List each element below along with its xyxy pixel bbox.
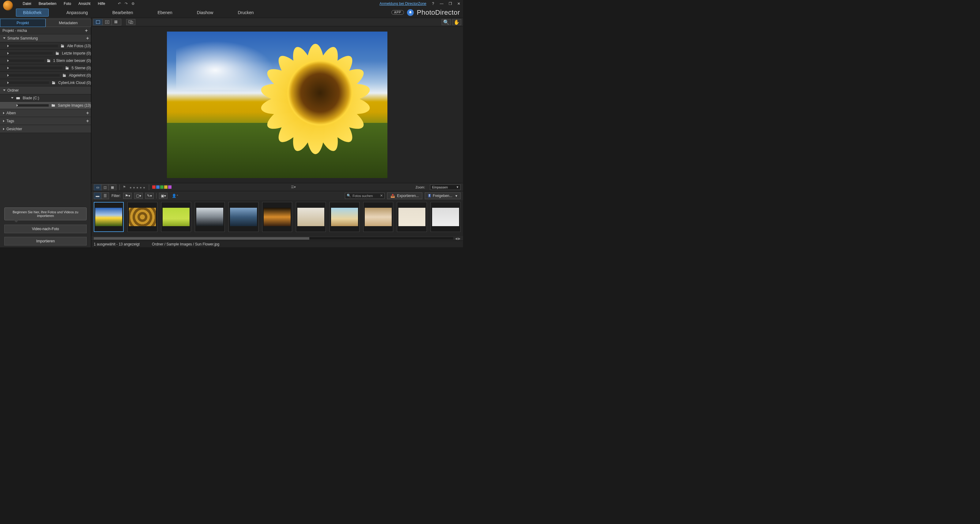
thumbnail[interactable] [296, 202, 326, 232]
tab-edit[interactable]: Bearbeiten [106, 9, 140, 16]
filmstrip-scrollbar[interactable]: ◀▶ [91, 236, 463, 240]
collection-icon [55, 51, 59, 56]
secondary-display-icon[interactable] [126, 19, 135, 25]
thumbnail[interactable] [161, 202, 191, 232]
color-swatch[interactable] [160, 185, 164, 189]
filter-flag-icon[interactable]: ⚑▾ [123, 193, 132, 199]
smart-item[interactable]: 1 Stern oder besser (0) [0, 57, 91, 64]
smart-item[interactable]: CyberLink Cloud (0) [0, 79, 91, 86]
thumbnail[interactable] [94, 202, 124, 232]
stack-icon[interactable]: ▣▾ [159, 193, 167, 199]
view-single-icon[interactable] [94, 19, 103, 25]
nav-prev-icon[interactable]: ◀ [455, 237, 458, 240]
smart-item[interactable]: Abgelehnt (0) [0, 72, 91, 79]
strip-horiz-icon[interactable]: ▬ [94, 193, 101, 199]
tree-sample-images[interactable]: Sample Images (13) [0, 102, 91, 109]
tab-project[interactable]: Projekt [0, 19, 46, 27]
menu-edit[interactable]: Bearbeiten [35, 2, 60, 6]
tree-drive[interactable]: Blade (C:) [0, 94, 91, 102]
nav-next-icon[interactable]: ▶ [458, 237, 461, 240]
import-tooltip: Beginnen Sie hier, Ihre Fotos und Videos… [4, 207, 87, 220]
undo-icon[interactable]: ↶ [118, 2, 121, 6]
layout-a-icon[interactable]: ▭ [94, 185, 101, 191]
app-badge[interactable]: APP [391, 10, 404, 15]
bell-icon[interactable] [407, 9, 414, 16]
tab-adjust[interactable]: Anpassung [60, 9, 95, 16]
section-albums[interactable]: Alben + [0, 109, 91, 117]
thumbnail-image [129, 208, 156, 226]
collection-icon [65, 66, 69, 70]
video-to-photo-button[interactable]: Video-nach-Foto [4, 225, 87, 233]
view-grid-icon[interactable] [112, 19, 121, 25]
import-button[interactable]: Importieren [4, 237, 87, 245]
sort-icon[interactable]: ☰▾ [291, 185, 296, 189]
layout-b-icon[interactable]: ◫ [101, 185, 109, 191]
thumbnail[interactable] [397, 202, 427, 232]
drive-icon [16, 96, 20, 100]
strip-list-icon[interactable]: ☰ [101, 193, 109, 199]
menu-file[interactable]: Datei [19, 2, 35, 6]
thumbnail[interactable] [195, 202, 225, 232]
section-albums-label: Alben [6, 111, 16, 115]
export-button[interactable]: 📤 Exportieren... [387, 193, 422, 199]
zoom-select[interactable]: Einpassen▾ [430, 185, 461, 190]
section-smart[interactable]: Smarte Sammlung + [0, 34, 91, 42]
thumbnail[interactable] [363, 202, 393, 232]
layout-c-icon[interactable]: ▦ [109, 185, 116, 191]
pan-tool-icon[interactable]: ✋ [452, 19, 461, 25]
flag-icon[interactable]: ⚑ [123, 185, 126, 189]
color-swatch[interactable] [156, 185, 159, 189]
section-folder[interactable]: Ordner [0, 86, 91, 94]
section-faces[interactable]: Gesichter [0, 125, 91, 133]
thumbnail[interactable] [262, 202, 292, 232]
zoom-tool-icon[interactable]: 🔍 [442, 19, 451, 25]
filmstrip[interactable] [91, 200, 463, 236]
filter-square-icon[interactable]: ▢▾ [134, 193, 143, 199]
close-icon[interactable]: ✕ [456, 1, 461, 6]
view-compare-icon[interactable] [103, 19, 112, 25]
tab-metadata[interactable]: Metadaten [46, 19, 91, 27]
redo-icon[interactable]: ↷ [125, 2, 128, 6]
tab-slideshow[interactable]: Diashow [190, 9, 220, 16]
menu-help[interactable]: Hilfe [94, 2, 109, 6]
filter-brush-icon[interactable]: ✎▾ [145, 193, 154, 199]
smart-item[interactable]: 5 Sterne (0) [0, 64, 91, 72]
rating-dots[interactable] [129, 185, 146, 189]
preview-area[interactable] [91, 26, 463, 183]
thumbnail[interactable] [229, 202, 258, 232]
thumbnail[interactable] [127, 202, 158, 232]
svg-rect-0 [16, 97, 20, 99]
color-swatch[interactable] [168, 185, 172, 189]
color-labels[interactable] [152, 185, 172, 189]
gear-icon[interactable]: ⚙ [131, 2, 135, 6]
add-tag-icon[interactable]: + [86, 118, 89, 124]
face-tag-icon[interactable]: 👤⁺ [172, 194, 178, 198]
tab-print[interactable]: Drucken [231, 9, 260, 16]
smart-item[interactable]: Alle Fotos (13) [0, 42, 91, 49]
directorzone-link[interactable]: Anmeldung bei DirectorZone [379, 2, 426, 6]
menu-photo[interactable]: Foto [60, 2, 75, 6]
smart-item[interactable]: Letzte Importe (0) [0, 49, 91, 57]
color-swatch[interactable] [164, 185, 167, 189]
color-swatch[interactable] [152, 185, 156, 189]
add-project-icon[interactable]: + [85, 27, 88, 34]
maximize-icon[interactable]: ❐ [448, 1, 453, 6]
thumbnail[interactable] [329, 202, 360, 232]
section-tags[interactable]: Tags + [0, 117, 91, 125]
add-album-icon[interactable]: + [86, 110, 89, 116]
share-button[interactable]: f Freigeben... ▾ [425, 193, 461, 199]
app-logo [3, 1, 13, 10]
minimize-icon[interactable]: — [439, 1, 444, 6]
thumbnail[interactable] [431, 202, 461, 232]
thumbnail-image [365, 208, 392, 226]
help-icon[interactable]: ? [431, 1, 436, 6]
clear-search-icon[interactable]: ✕ [380, 194, 383, 197]
menu-view[interactable]: Ansicht [75, 2, 94, 6]
add-smart-icon[interactable]: + [86, 35, 89, 41]
preview-image [167, 32, 387, 178]
search-input[interactable]: 🔍 Fotos suchen ✕ [345, 193, 385, 199]
project-row[interactable]: Projekt - micha + [0, 27, 91, 34]
tab-library[interactable]: Bibliothek [16, 9, 49, 16]
view-toolbar: 🔍 ✋ [91, 18, 463, 26]
tab-layers[interactable]: Ebenen [151, 9, 179, 16]
